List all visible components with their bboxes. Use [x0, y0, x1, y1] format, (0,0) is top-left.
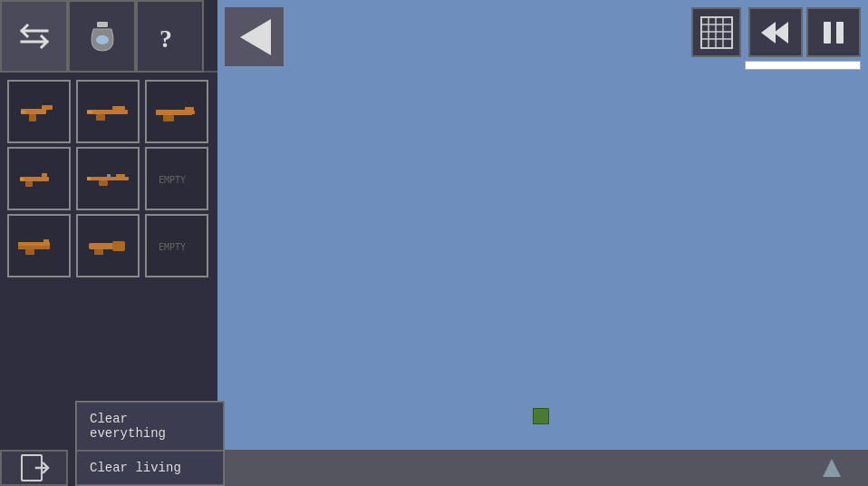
- svg-rect-38: [836, 22, 844, 44]
- clear-everything-button[interactable]: Clear everything: [76, 402, 224, 451]
- grid-item-8[interactable]: [76, 214, 140, 277]
- svg-rect-30: [112, 241, 125, 251]
- svg-rect-14: [163, 115, 174, 122]
- grid-item-7[interactable]: [7, 214, 71, 277]
- back-button[interactable]: [225, 7, 284, 66]
- svg-rect-18: [20, 178, 24, 180]
- svg-rect-37: [824, 22, 831, 44]
- rewind-button[interactable]: [748, 7, 803, 57]
- progress-bar: [745, 61, 861, 70]
- svg-rect-16: [42, 173, 47, 177]
- item-button[interactable]: [68, 0, 136, 73]
- svg-rect-10: [87, 111, 92, 113]
- playback-controls: [748, 7, 861, 57]
- svg-rect-25: [18, 242, 50, 246]
- svg-text:?: ?: [159, 24, 172, 53]
- svg-rect-17: [25, 181, 33, 187]
- grid-item-9[interactable]: EMPTY: [145, 214, 208, 277]
- svg-point-1: [96, 35, 109, 44]
- grid-toggle-button[interactable]: [691, 7, 741, 57]
- svg-rect-26: [18, 246, 50, 249]
- grid-item-5[interactable]: [76, 147, 140, 210]
- grid-item-4[interactable]: [7, 147, 71, 210]
- svg-marker-35: [774, 22, 788, 44]
- svg-marker-36: [761, 22, 776, 44]
- svg-text:EMPTY: EMPTY: [159, 175, 186, 185]
- svg-rect-4: [42, 105, 53, 110]
- svg-rect-0: [97, 22, 108, 27]
- progress-bar-fill: [746, 62, 860, 69]
- svg-rect-27: [43, 239, 49, 242]
- grid-item-1[interactable]: [7, 80, 71, 143]
- game-entity-right: [823, 459, 841, 477]
- svg-rect-20: [116, 174, 125, 177]
- svg-rect-19: [87, 177, 129, 180]
- grid-item-6[interactable]: EMPTY: [145, 147, 208, 210]
- svg-rect-15: [20, 177, 49, 181]
- pause-button[interactable]: [806, 7, 861, 57]
- svg-rect-9: [96, 114, 105, 121]
- top-right-controls: [745, 7, 861, 70]
- svg-text:EMPTY: EMPTY: [159, 242, 186, 252]
- svg-rect-7: [87, 110, 128, 114]
- clear-living-button[interactable]: Clear living: [76, 451, 224, 485]
- switch-button[interactable]: [0, 0, 68, 73]
- svg-rect-21: [99, 180, 108, 186]
- svg-rect-22: [87, 177, 91, 180]
- svg-rect-12: [185, 107, 194, 111]
- game-entity-green: [533, 408, 549, 424]
- context-menu: Clear everything Clear living: [75, 401, 225, 486]
- svg-rect-23: [107, 174, 111, 177]
- svg-rect-5: [29, 114, 36, 122]
- exit-button[interactable]: [0, 450, 68, 486]
- svg-rect-39: [701, 17, 732, 48]
- toolbar: ?: [0, 0, 217, 73]
- sidebar: ?: [0, 0, 217, 450]
- ground-bar: [217, 450, 868, 486]
- item-grid: EMPTY EMPTY: [0, 73, 217, 285]
- grid-item-3[interactable]: [145, 80, 208, 143]
- svg-rect-8: [112, 106, 125, 110]
- svg-rect-13: [186, 111, 195, 114]
- svg-marker-34: [240, 19, 271, 55]
- svg-rect-31: [94, 249, 103, 255]
- help-button[interactable]: ?: [136, 0, 204, 73]
- svg-rect-6: [21, 111, 25, 113]
- svg-rect-28: [25, 249, 34, 255]
- grid-item-2[interactable]: [76, 80, 140, 143]
